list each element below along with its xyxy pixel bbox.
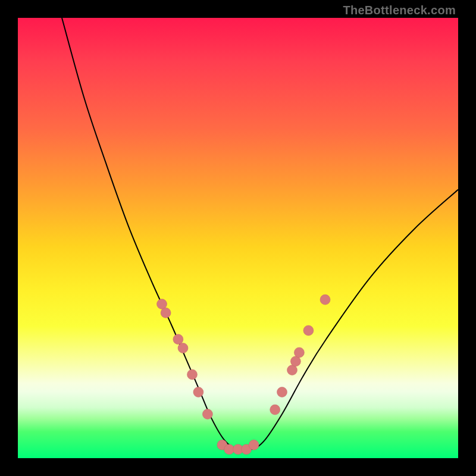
data-point (249, 440, 259, 450)
chart-frame: TheBottleneck.com (0, 0, 476, 476)
data-point (270, 405, 280, 415)
data-point (287, 365, 298, 375)
data-point (187, 369, 198, 380)
data-point (178, 343, 188, 353)
data-point (290, 356, 300, 367)
curve-layer (18, 18, 458, 458)
data-point (157, 299, 167, 309)
plot-area (18, 18, 458, 458)
data-point (161, 308, 171, 318)
data-point (202, 409, 212, 419)
data-point (277, 387, 287, 397)
data-point (303, 325, 314, 336)
data-point (193, 387, 203, 397)
data-point (224, 444, 234, 455)
data-point (320, 295, 330, 305)
data-point (173, 334, 183, 345)
bottleneck-curve (62, 18, 458, 450)
attribution-label: TheBottleneck.com (343, 4, 456, 17)
data-point (294, 347, 304, 358)
